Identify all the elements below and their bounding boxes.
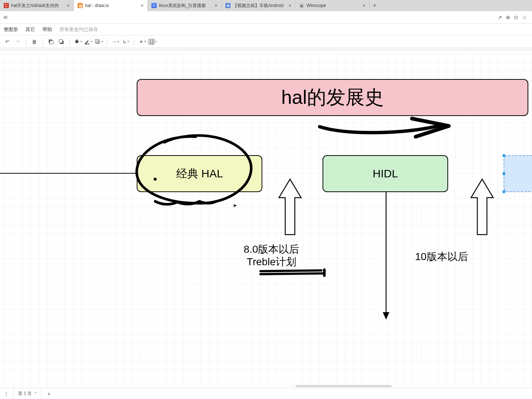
svg-point-9 (154, 178, 157, 181)
zoom-icon[interactable]: ⊙ (512, 14, 520, 20)
svg-rect-3 (59, 40, 62, 43)
freehand-arrow-icon (316, 116, 456, 142)
annotation-line: 10版本以后 (415, 251, 468, 262)
to-front-button[interactable] (47, 37, 55, 46)
app-toolbar: ↶ ↷ 🗑 → ↳ ＋ (0, 35, 532, 48)
fill-color-button[interactable] (74, 37, 82, 46)
open-external-icon[interactable]: ↗ (496, 14, 504, 20)
browser-tabstrip: C hal开发之hidl/aidl支持的 × ▦ hal - draw.io ×… (0, 0, 532, 11)
favicon-icon: C (4, 3, 9, 8)
insert-button[interactable]: ＋ (138, 37, 147, 46)
ruler (0, 48, 532, 50)
freehand-underline-icon (259, 268, 329, 278)
browser-tab[interactable]: 百 linux系统架构_百度搜索 × (148, 0, 222, 11)
svg-rect-4 (85, 44, 90, 44)
delete-button[interactable]: 🗑 (30, 37, 39, 46)
url-fragment: et (4, 15, 7, 20)
bookmark-icon[interactable]: ☆ (520, 14, 528, 20)
browser-tab[interactable]: C hal开发之hidl/aidl支持的 × (0, 0, 74, 11)
close-icon[interactable]: × (289, 3, 291, 8)
browser-urlbar: et ↗ ⊕ ⊙ ☆ (0, 11, 532, 24)
svg-rect-6 (96, 40, 100, 44)
freehand-circle-icon (129, 131, 262, 209)
favicon-icon: ▦ (78, 3, 83, 8)
annotation-line: Treble计划 (236, 256, 307, 268)
new-tab-button[interactable]: + (369, 0, 380, 11)
save-status: 所有更改均已保存 (56, 26, 98, 33)
close-icon[interactable]: × (362, 3, 365, 8)
title-shape[interactable]: hal的发展史 (137, 79, 528, 116)
browser-tab[interactable]: ▦ hal - draw.io × (74, 0, 148, 11)
redo-button[interactable]: ↷ (13, 37, 22, 46)
menu-item[interactable]: 帮助 (39, 24, 56, 35)
add-page-button[interactable]: + (45, 391, 53, 397)
browser-tab[interactable]: ❖ 【视频文稿】车载Android × (222, 0, 296, 11)
tab-title: 【视频文稿】车载Android (233, 3, 286, 9)
svg-rect-1 (50, 41, 53, 44)
close-icon[interactable]: × (67, 3, 70, 8)
tab-title: hal - draw.io (85, 3, 139, 8)
browser-tab[interactable]: ◐ Winscope × (296, 0, 369, 11)
up-arrow-icon (469, 177, 495, 236)
undo-button[interactable]: ↶ (3, 37, 12, 46)
title-text: hal的发展史 (281, 85, 383, 110)
edge-arrow-down (381, 192, 392, 321)
table-button[interactable] (148, 37, 157, 46)
annotation-v10: 10版本以后 (406, 250, 477, 263)
app-menubar: 整图形 其它 帮助 所有更改均已保存 (0, 24, 532, 35)
line-color-button[interactable] (84, 37, 93, 46)
translate-icon[interactable]: ⊕ (504, 14, 512, 20)
page-label: 第 1 页 (18, 391, 32, 397)
page-tabbar: ⋮ 第 1 页 ⌃ + (0, 388, 532, 399)
node-label: HIDL (373, 167, 398, 180)
tab-title: linux系统架构_百度搜索 (159, 3, 212, 9)
scrollbar-horizontal[interactable] (296, 385, 392, 387)
selection-handle-icon[interactable] (502, 154, 505, 157)
up-arrow-icon (277, 177, 303, 236)
menu-item[interactable]: 整图形 (0, 24, 22, 35)
edge-line (0, 172, 137, 174)
favicon-icon: 百 (151, 3, 157, 8)
tab-title: Winscope (307, 3, 360, 8)
annotation-v8: 8.0版本以后 Treble计划 (236, 243, 307, 268)
mouse-cursor-icon: ➤ (233, 202, 237, 208)
diagram-canvas[interactable]: hal的发展史 经典 HAL HIDL 8.0版 (0, 48, 532, 388)
annotation-line: 8.0版本以后 (236, 243, 307, 256)
connection-button[interactable]: → (111, 37, 120, 46)
pages-menu-button[interactable]: ⋮ (2, 391, 10, 397)
favicon-icon: ◐ (299, 3, 304, 8)
menu-item[interactable]: 其它 (22, 24, 39, 35)
tab-title: hal开发之hidl/aidl支持的 (11, 3, 65, 9)
close-icon[interactable]: × (141, 3, 144, 8)
close-icon[interactable]: × (215, 3, 218, 8)
svg-rect-7 (149, 39, 154, 44)
waypoint-button[interactable]: ↳ (121, 37, 130, 46)
page-tab[interactable]: 第 1 页 ⌃ (13, 388, 42, 399)
selection-handle-icon[interactable] (502, 172, 505, 175)
chevron-up-icon: ⌃ (34, 392, 37, 396)
favicon-icon: ❖ (225, 3, 231, 8)
selection-handle-icon[interactable] (502, 190, 505, 193)
node-hidl[interactable]: HIDL (323, 155, 448, 192)
to-back-button[interactable] (57, 37, 66, 46)
shadow-button[interactable] (94, 37, 103, 46)
node-selected[interactable] (504, 155, 532, 192)
